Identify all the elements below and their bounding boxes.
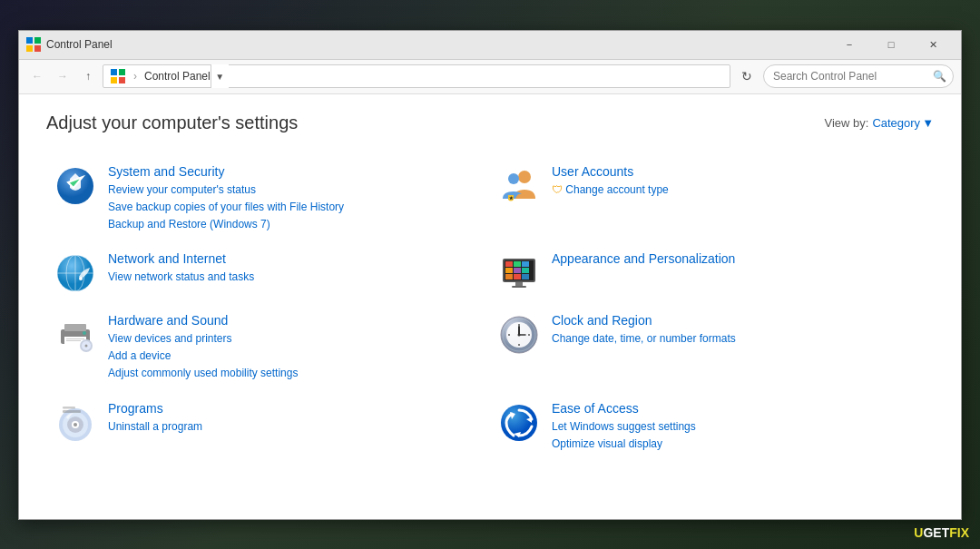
clock-region-link-1[interactable]: Change date, time, or number formats <box>552 330 926 348</box>
category-appearance-personalization[interactable]: Appearance and Personalization <box>490 242 934 304</box>
programs-title[interactable]: Programs <box>108 401 483 416</box>
svg-point-11 <box>508 173 519 184</box>
svg-rect-26 <box>522 268 529 273</box>
programs-link-1[interactable]: Uninstall a program <box>108 418 483 436</box>
back-button[interactable]: ← <box>26 65 48 87</box>
programs-icon <box>54 401 97 445</box>
clock-region-title[interactable]: Clock and Region <box>552 313 926 328</box>
svg-rect-2 <box>26 45 33 52</box>
network-internet-link-1[interactable]: View network status and tasks <box>108 269 483 286</box>
watermark-get: GET <box>923 525 949 540</box>
svg-rect-28 <box>514 274 521 279</box>
ease-of-access-link-2[interactable]: Optimize visual display <box>552 436 926 453</box>
hardware-sound-content: Hardware and Sound View devices and prin… <box>108 313 483 383</box>
title-bar: Control Panel − □ ✕ <box>19 31 961 60</box>
ease-of-access-content: Ease of Access Let Windows suggest setti… <box>552 401 926 453</box>
svg-rect-6 <box>111 77 117 83</box>
chevron-down-icon: ▼ <box>922 116 934 130</box>
svg-point-50 <box>518 334 521 337</box>
hardware-sound-link-2[interactable]: Add a device <box>108 348 483 365</box>
user-accounts-icon: ★ <box>497 164 541 208</box>
hardware-sound-link-3[interactable]: Adjust commonly used mobility settings <box>108 365 483 382</box>
user-accounts-link-1[interactable]: 🛡 Change account type <box>552 181 926 199</box>
watermark-fix: FIX <box>949 525 969 540</box>
svg-rect-25 <box>514 268 521 273</box>
appearance-personalization-title[interactable]: Appearance and Personalization <box>552 251 926 266</box>
category-network-internet[interactable]: Network and Internet View network status… <box>46 242 490 304</box>
content-area: Adjust your computer's settings View by:… <box>19 94 961 519</box>
page-header: Adjust your computer's settings View by:… <box>46 113 934 133</box>
hardware-sound-icon <box>54 313 97 357</box>
system-security-link-2[interactable]: Save backup copies of your files with Fi… <box>108 199 483 216</box>
svg-rect-30 <box>515 282 523 286</box>
network-internet-title[interactable]: Network and Internet <box>108 251 483 266</box>
system-security-content: System and Security Review your computer… <box>108 164 483 234</box>
svg-rect-31 <box>512 286 526 288</box>
category-hardware-sound[interactable]: Hardware and Sound View devices and prin… <box>46 304 490 392</box>
svg-rect-57 <box>63 407 75 409</box>
system-security-link-3[interactable]: Backup and Restore (Windows 7) <box>108 216 483 233</box>
hardware-sound-link-1[interactable]: View devices and printers <box>108 330 483 348</box>
programs-content: Programs Uninstall a program <box>108 401 483 436</box>
category-clock-region[interactable]: Clock and Region Change date, time, or n… <box>490 304 934 392</box>
category-ease-of-access[interactable]: Ease of Access Let Windows suggest setti… <box>490 392 934 462</box>
svg-rect-23 <box>522 261 529 267</box>
page-title: Adjust your computer's settings <box>46 113 298 133</box>
svg-rect-7 <box>119 77 125 83</box>
category-user-accounts[interactable]: ★ User Accounts 🛡 Change account type <box>490 155 934 243</box>
watermark-u: U <box>914 525 923 540</box>
path-separator: › <box>133 70 137 83</box>
svg-rect-0 <box>26 37 33 44</box>
system-security-icon <box>54 164 97 208</box>
svg-point-40 <box>85 345 88 348</box>
user-accounts-content: User Accounts 🛡 Change account type <box>552 164 926 199</box>
view-by-label: View by: <box>824 116 868 130</box>
search-input[interactable] <box>763 64 954 88</box>
address-path[interactable]: › Control Panel ▼ <box>103 64 730 88</box>
path-current: Control Panel <box>144 70 211 83</box>
up-button[interactable]: ↑ <box>77 65 99 87</box>
maximize-button[interactable]: □ <box>870 30 912 59</box>
ugetfix-watermark: UGETFIX <box>914 525 969 540</box>
view-by-value[interactable]: Category ▼ <box>872 116 934 130</box>
clock-region-content: Clock and Region Change date, time, or n… <box>552 313 926 348</box>
user-accounts-title[interactable]: User Accounts <box>552 164 926 179</box>
category-programs[interactable]: Programs Uninstall a program <box>46 392 490 462</box>
categories-grid: System and Security Review your computer… <box>46 155 934 463</box>
category-system-security[interactable]: System and Security Review your computer… <box>46 155 490 243</box>
clock-region-icon <box>497 313 541 357</box>
refresh-button[interactable]: ↻ <box>734 64 760 89</box>
window-controls: − □ ✕ <box>828 30 954 59</box>
svg-rect-1 <box>34 37 41 44</box>
svg-rect-22 <box>514 261 521 267</box>
forward-button[interactable]: → <box>52 65 74 87</box>
svg-rect-36 <box>66 340 81 341</box>
svg-rect-33 <box>64 324 86 331</box>
system-security-title[interactable]: System and Security <box>108 164 483 179</box>
network-internet-content: Network and Internet View network status… <box>108 251 483 286</box>
svg-rect-29 <box>522 274 529 279</box>
search-wrapper: 🔍 <box>763 64 954 88</box>
view-by: View by: Category ▼ <box>824 116 934 130</box>
minimize-button[interactable]: − <box>828 30 870 59</box>
ease-of-access-icon <box>497 401 541 445</box>
svg-rect-27 <box>505 274 513 279</box>
system-security-link-1[interactable]: Review your computer's status <box>108 181 483 199</box>
svg-rect-5 <box>119 69 125 75</box>
ease-of-access-link-1[interactable]: Let Windows suggest settings <box>552 418 926 436</box>
control-panel-window: Control Panel − □ ✕ ← → ↑ › Control Pane… <box>18 30 962 520</box>
close-button[interactable]: ✕ <box>912 30 954 59</box>
window-title: Control Panel <box>46 38 828 51</box>
svg-rect-21 <box>505 261 513 267</box>
appearance-personalization-icon <box>497 251 541 295</box>
svg-rect-35 <box>66 338 84 339</box>
hardware-sound-title[interactable]: Hardware and Sound <box>108 313 483 328</box>
svg-point-18 <box>79 277 83 280</box>
address-dropdown-button[interactable]: ▼ <box>211 64 229 88</box>
ease-of-access-title[interactable]: Ease of Access <box>552 401 926 416</box>
address-bar: ← → ↑ › Control Panel ▼ ↻ 🔍 <box>19 60 961 94</box>
window-icon <box>26 37 41 52</box>
svg-point-55 <box>74 423 77 426</box>
appearance-personalization-content: Appearance and Personalization <box>552 251 926 269</box>
svg-rect-56 <box>63 410 81 413</box>
